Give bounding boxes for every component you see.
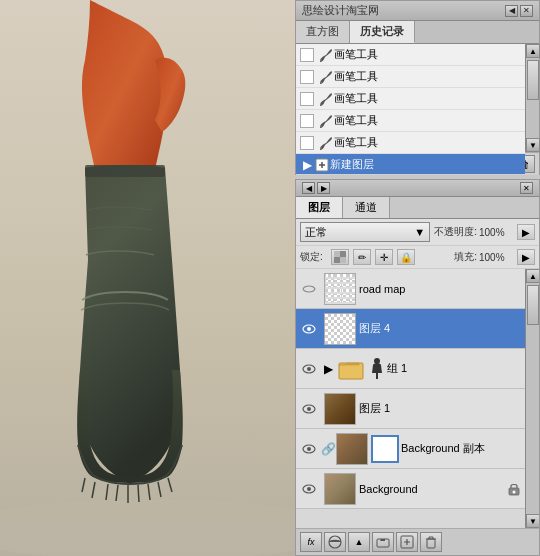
- lock-paint-btn[interactable]: ✏: [353, 249, 371, 265]
- folder-icon: [337, 355, 365, 383]
- layers-fx-btn[interactable]: fx: [300, 532, 322, 552]
- fill-arrow-btn[interactable]: ▶: [517, 249, 535, 265]
- history-item-text-2: 画笔工具: [334, 69, 378, 84]
- layers-delete-btn[interactable]: [420, 532, 442, 552]
- layer-eye-4[interactable]: [300, 320, 318, 338]
- svg-rect-21: [339, 363, 363, 379]
- layer-4[interactable]: 图层 4: [296, 309, 525, 349]
- history-item-text-1: 画笔工具: [334, 47, 378, 62]
- layers-scroll-down[interactable]: ▼: [526, 514, 539, 528]
- history-item-3[interactable]: 画笔工具: [296, 88, 525, 110]
- history-item-text-4: 画笔工具: [334, 113, 378, 128]
- layers-title-controls-left: ◀ ▶: [302, 182, 330, 194]
- opacity-value: 100%: [479, 227, 515, 238]
- layer-eye-1[interactable]: [300, 400, 318, 418]
- history-scroll-track: [526, 58, 539, 138]
- history-item-1[interactable]: 画笔工具: [296, 44, 525, 66]
- layer-thumb-background: [324, 473, 356, 505]
- lock-all-btn[interactable]: 🔒: [397, 249, 415, 265]
- eye-open-icon-group: [301, 363, 317, 375]
- history-check-3[interactable]: [300, 92, 314, 106]
- history-check-5[interactable]: [300, 136, 314, 150]
- layer-eye-road-map[interactable]: [300, 280, 318, 298]
- svg-line-7: [138, 485, 139, 502]
- lock-position-btn[interactable]: ✛: [375, 249, 393, 265]
- person-silhouette-icon: [370, 357, 384, 381]
- svg-point-26: [307, 447, 311, 451]
- mask-icon: [328, 535, 342, 549]
- layers-list-container: road map 图层 4: [296, 269, 539, 528]
- eye-open-icon-background: [301, 483, 317, 495]
- layers-scrollbar: ▲ ▼: [525, 269, 539, 528]
- layer-name-1: 图层 1: [359, 401, 521, 416]
- layers-close-btn[interactable]: ✕: [520, 182, 533, 194]
- lock-row: 锁定: ✏ ✛ 🔒 填充: 100% ▶: [296, 246, 539, 269]
- opacity-arrow-btn[interactable]: ▶: [517, 224, 535, 240]
- history-scroll-down[interactable]: ▼: [526, 138, 540, 152]
- tab-history[interactable]: 历史记录: [350, 21, 415, 43]
- layers-collapse-btn[interactable]: ◀: [302, 182, 315, 194]
- layer-mask-bg-copy: [371, 435, 399, 463]
- layer-name-road-map: road map: [359, 283, 521, 295]
- group-folder-thumb: [337, 355, 365, 383]
- layer-eye-bg-copy[interactable]: [300, 440, 318, 458]
- layers-new-btn[interactable]: [396, 532, 418, 552]
- history-title-controls: ◀ ✕: [505, 5, 533, 17]
- layers-group-btn[interactable]: [372, 532, 394, 552]
- tab-histogram[interactable]: 直方图: [296, 21, 350, 43]
- layer-thumb-4: [324, 313, 356, 345]
- layer-1[interactable]: 图层 1: [296, 389, 525, 429]
- layer-name-bg-copy: Background 副本: [401, 441, 521, 456]
- eye-open-icon-1: [301, 403, 317, 415]
- history-item-text-5: 画笔工具: [334, 135, 378, 150]
- history-collapse-btn[interactable]: ◀: [505, 5, 518, 17]
- history-scroll-thumb[interactable]: [527, 60, 539, 100]
- history-item-2[interactable]: 画笔工具: [296, 66, 525, 88]
- history-content: 画笔工具 画笔工具: [296, 44, 539, 152]
- history-item-5[interactable]: 画笔工具: [296, 132, 525, 154]
- history-check-1[interactable]: [300, 48, 314, 62]
- blend-mode-select[interactable]: 正常 ▼: [300, 222, 430, 242]
- history-scroll-up[interactable]: ▲: [526, 44, 540, 58]
- trash-icon: [424, 535, 438, 549]
- opacity-label: 不透明度:: [434, 225, 477, 239]
- layer-link-bg-copy[interactable]: 🔗: [321, 442, 335, 456]
- layers-mask-btn[interactable]: [324, 532, 346, 552]
- eye-open-icon-bg-copy: [301, 443, 317, 455]
- group-icon-btn: [376, 536, 390, 548]
- layer-road-map[interactable]: road map: [296, 269, 525, 309]
- group-person-icon: [369, 355, 385, 383]
- layers-scroll-thumb[interactable]: [527, 285, 539, 325]
- layers-expand-btn[interactable]: ▶: [317, 182, 330, 194]
- layers-scroll-up[interactable]: ▲: [526, 269, 539, 283]
- svg-rect-15: [340, 251, 346, 257]
- layer-group-1[interactable]: ▶ 组 1: [296, 349, 525, 389]
- lock-icon: [508, 482, 520, 496]
- history-check-2[interactable]: [300, 70, 314, 84]
- layer-expand-group-1[interactable]: ▶: [321, 362, 335, 376]
- svg-point-20: [307, 367, 311, 371]
- layer-bg-copy[interactable]: 🔗 Background 副本: [296, 429, 525, 469]
- layers-title-controls-right: ✕: [520, 182, 533, 194]
- svg-rect-34: [427, 539, 435, 548]
- eye-open-icon-4: [301, 323, 317, 335]
- history-close-btn[interactable]: ✕: [520, 5, 533, 17]
- layer-background[interactable]: Background: [296, 469, 525, 509]
- layer-eye-group-1[interactable]: [300, 360, 318, 378]
- layers-adjustment-btn[interactable]: ▲: [348, 532, 370, 552]
- layers-tab-channels[interactable]: 通道: [343, 197, 390, 218]
- new-layer-btn-icon: [400, 535, 414, 549]
- layers-panel: ◀ ▶ ✕ 图层 通道 正常 ▼ 不透明度: 100: [295, 179, 540, 556]
- history-item-6[interactable]: ▶ 新建图层: [296, 154, 525, 174]
- history-panel: 思绘设计淘宝网 ◀ ✕ 直方图 历史记录: [295, 0, 540, 175]
- layer-eye-background[interactable]: [300, 480, 318, 498]
- history-panel-title: 思绘设计淘宝网: [302, 3, 379, 18]
- layers-list: road map 图层 4: [296, 269, 525, 528]
- history-item-4[interactable]: 画笔工具: [296, 110, 525, 132]
- layers-tabs: 图层 通道: [296, 197, 539, 219]
- layers-tab-layers[interactable]: 图层: [296, 197, 343, 218]
- history-check-4[interactable]: [300, 114, 314, 128]
- fill-value: 100%: [479, 252, 515, 263]
- lock-transparent-btn[interactable]: [331, 249, 349, 265]
- photo-area: [0, 0, 295, 556]
